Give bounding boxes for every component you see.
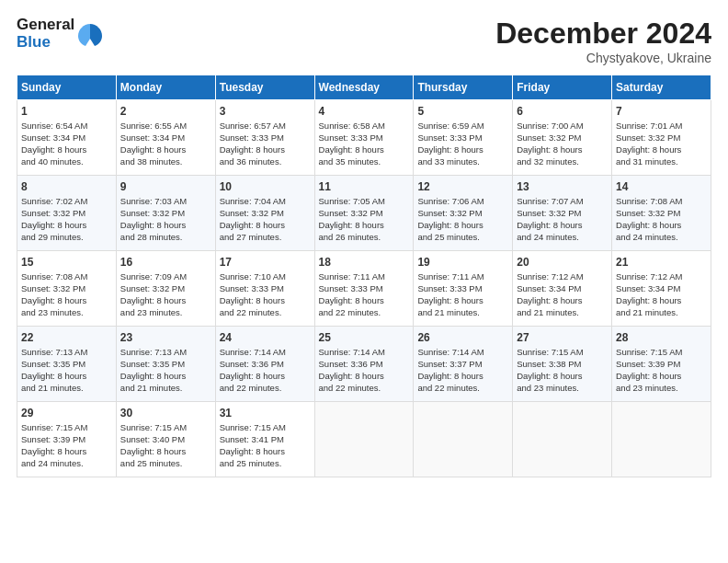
day-info-line: Daylight: 8 hours <box>21 220 112 232</box>
day-info-line: Daylight: 8 hours <box>220 446 311 458</box>
day-info-line: Sunrise: 7:14 AM <box>319 347 410 359</box>
day-info-line: and 26 minutes. <box>319 232 410 244</box>
day-info-line: and 23 minutes. <box>120 307 211 319</box>
month-title: December 2024 <box>495 17 711 51</box>
day-cell <box>612 402 711 477</box>
day-info-line: Sunrise: 7:11 AM <box>319 271 410 283</box>
day-number: 6 <box>517 104 608 119</box>
day-info-line: Daylight: 8 hours <box>21 446 112 458</box>
day-info-line: Sunrise: 7:15 AM <box>21 422 112 434</box>
day-number: 26 <box>417 330 508 345</box>
day-info-line: and 21 minutes. <box>616 307 707 319</box>
day-info-line: Sunset: 3:34 PM <box>517 283 608 295</box>
day-number: 25 <box>319 330 410 345</box>
day-number: 28 <box>616 330 707 345</box>
logo-icon <box>76 20 104 48</box>
day-info-line: Sunrise: 7:08 AM <box>21 271 112 283</box>
day-info-line: and 21 minutes. <box>21 383 112 395</box>
day-info-line: Daylight: 8 hours <box>120 220 211 232</box>
day-info-line: Daylight: 8 hours <box>220 295 311 307</box>
day-info-line: Sunrise: 7:00 AM <box>517 121 608 132</box>
day-info-line: Sunset: 3:33 PM <box>220 283 311 295</box>
logo-blue: Blue <box>17 34 74 52</box>
day-number: 5 <box>417 104 508 119</box>
col-header-monday: Monday <box>116 75 215 100</box>
day-info-line: Sunset: 3:32 PM <box>21 208 112 220</box>
header: General Blue December 2024 Chystyakove, … <box>17 17 711 65</box>
col-header-saturday: Saturday <box>612 75 711 100</box>
day-info-line: and 23 minutes. <box>517 383 608 395</box>
logo: General Blue <box>17 17 104 51</box>
day-number: 18 <box>319 255 410 270</box>
day-info-line: Sunrise: 7:15 AM <box>616 347 707 359</box>
day-info-line: Sunset: 3:41 PM <box>220 434 311 446</box>
day-info-line: Sunrise: 7:14 AM <box>220 347 311 359</box>
day-cell: 29Sunrise: 7:15 AMSunset: 3:39 PMDayligh… <box>17 402 117 477</box>
day-info-line: Daylight: 8 hours <box>220 144 311 156</box>
day-info-line: Sunrise: 7:08 AM <box>616 196 707 208</box>
day-cell: 17Sunrise: 7:10 AMSunset: 3:33 PMDayligh… <box>215 251 314 327</box>
calendar-table: SundayMondayTuesdayWednesdayThursdayFrid… <box>17 75 711 477</box>
day-info-line: Sunrise: 7:15 AM <box>120 422 211 434</box>
col-header-sunday: Sunday <box>17 75 117 100</box>
day-cell: 9Sunrise: 7:03 AMSunset: 3:32 PMDaylight… <box>116 176 215 251</box>
day-number: 8 <box>21 179 112 194</box>
day-info-line: Sunrise: 6:54 AM <box>21 121 112 132</box>
day-info-line: Sunrise: 6:58 AM <box>319 121 410 132</box>
day-cell: 20Sunrise: 7:12 AMSunset: 3:34 PMDayligh… <box>513 251 612 327</box>
day-info-line: Daylight: 8 hours <box>21 295 112 307</box>
day-info-line: and 24 minutes. <box>21 458 112 470</box>
day-number: 7 <box>616 104 707 119</box>
day-number: 29 <box>21 406 112 420</box>
day-info-line: Sunset: 3:34 PM <box>120 132 211 144</box>
day-info-line: Daylight: 8 hours <box>417 295 508 307</box>
day-cell: 24Sunrise: 7:14 AMSunset: 3:36 PMDayligh… <box>215 327 314 402</box>
day-number: 9 <box>120 179 211 194</box>
day-info-line: Sunrise: 7:05 AM <box>319 196 410 208</box>
week-row-2: 8Sunrise: 7:02 AMSunset: 3:32 PMDaylight… <box>17 176 711 251</box>
day-cell: 19Sunrise: 7:11 AMSunset: 3:33 PMDayligh… <box>414 251 513 327</box>
day-info-line: and 22 minutes. <box>319 307 410 319</box>
day-number: 16 <box>120 255 211 270</box>
day-info-line: Sunset: 3:40 PM <box>120 434 211 446</box>
day-cell: 26Sunrise: 7:14 AMSunset: 3:37 PMDayligh… <box>414 327 513 402</box>
day-number: 4 <box>319 104 410 119</box>
day-info-line: Daylight: 8 hours <box>120 371 211 383</box>
day-info-line: Sunrise: 7:13 AM <box>120 347 211 359</box>
day-info-line: and 29 minutes. <box>21 232 112 244</box>
day-info-line: Daylight: 8 hours <box>120 446 211 458</box>
day-info-line: and 25 minutes. <box>220 458 311 470</box>
day-number: 27 <box>517 330 608 345</box>
day-cell: 7Sunrise: 7:01 AMSunset: 3:32 PMDaylight… <box>612 100 711 176</box>
col-header-tuesday: Tuesday <box>215 75 314 100</box>
day-info-line: Daylight: 8 hours <box>319 371 410 383</box>
day-info-line: Daylight: 8 hours <box>616 220 707 232</box>
day-info-line: Sunset: 3:32 PM <box>21 283 112 295</box>
day-info-line: Daylight: 8 hours <box>417 220 508 232</box>
day-info-line: Sunrise: 7:11 AM <box>417 271 508 283</box>
day-info-line: and 21 minutes. <box>120 383 211 395</box>
day-number: 30 <box>120 406 211 420</box>
day-number: 10 <box>220 179 311 194</box>
day-info-line: Sunset: 3:32 PM <box>517 208 608 220</box>
day-cell: 10Sunrise: 7:04 AMSunset: 3:32 PMDayligh… <box>215 176 314 251</box>
day-info-line: and 24 minutes. <box>616 232 707 244</box>
page: General Blue December 2024 Chystyakove, … <box>0 0 728 563</box>
day-info-line: Sunset: 3:39 PM <box>21 434 112 446</box>
day-info-line: Sunset: 3:35 PM <box>21 359 112 371</box>
day-info-line: and 38 minutes. <box>120 156 211 168</box>
day-info-line: and 21 minutes. <box>417 307 508 319</box>
day-info-line: Sunset: 3:32 PM <box>616 132 707 144</box>
day-info-line: Daylight: 8 hours <box>517 295 608 307</box>
day-info-line: Sunrise: 6:55 AM <box>120 121 211 132</box>
day-number: 2 <box>120 104 211 119</box>
day-info-line: Sunset: 3:38 PM <box>517 359 608 371</box>
day-cell: 31Sunrise: 7:15 AMSunset: 3:41 PMDayligh… <box>215 402 314 477</box>
day-info-line: and 33 minutes. <box>417 156 508 168</box>
day-cell: 12Sunrise: 7:06 AMSunset: 3:32 PMDayligh… <box>414 176 513 251</box>
day-number: 21 <box>616 255 707 270</box>
day-number: 15 <box>21 255 112 270</box>
day-cell: 25Sunrise: 7:14 AMSunset: 3:36 PMDayligh… <box>314 327 414 402</box>
day-cell <box>414 402 513 477</box>
day-info-line: Daylight: 8 hours <box>319 144 410 156</box>
